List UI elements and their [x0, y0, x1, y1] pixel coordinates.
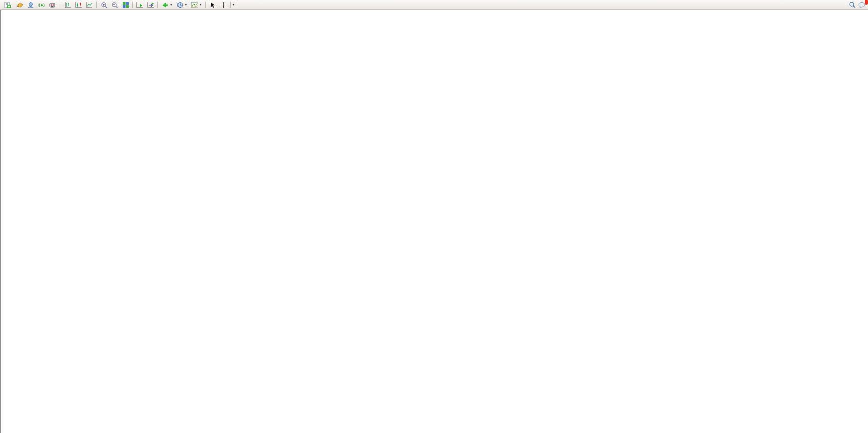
toolbar-separator	[132, 2, 133, 8]
new-order-button[interactable]	[2, 1, 14, 9]
toolbar-separator	[157, 2, 158, 8]
community-button[interactable]	[25, 1, 36, 9]
zoom-in-icon	[101, 2, 107, 8]
dropdown-caret-icon: ▾	[170, 3, 172, 7]
dropdown-caret-icon: ▾	[233, 3, 235, 7]
zoom-out-button[interactable]	[109, 1, 120, 9]
market-watch-button[interactable]	[14, 1, 25, 9]
notifications-icon[interactable]	[858, 2, 865, 8]
template-chart-icon	[191, 2, 198, 8]
chart-canvas[interactable]	[0, 0, 868, 433]
chart-shift-button[interactable]	[145, 1, 156, 9]
indicators-button[interactable]: ▾	[160, 1, 174, 9]
auto-scroll-button[interactable]	[134, 1, 145, 9]
dropdown-caret-icon: ▾	[185, 3, 187, 7]
cursor-icon	[209, 2, 216, 8]
bar-chart-icon	[65, 2, 71, 8]
candlestick-chart-button[interactable]	[73, 1, 84, 9]
chart-shift-icon	[147, 2, 154, 8]
periods-button[interactable]: ▾	[174, 1, 189, 9]
crosshair-tool-button[interactable]	[218, 1, 229, 9]
auto-trading-button[interactable]	[47, 1, 59, 9]
crosshair-icon	[220, 2, 227, 8]
search-icon[interactable]	[849, 2, 855, 8]
toolbar-separator	[236, 2, 236, 8]
toolbar-separator	[61, 2, 61, 8]
templates-button[interactable]: ▾	[189, 1, 204, 9]
notification-badge	[865, 0, 868, 5]
indicators-icon	[162, 2, 168, 8]
line-chart-button[interactable]	[84, 1, 95, 9]
zoom-in-button[interactable]	[98, 1, 109, 9]
new-order-icon	[4, 2, 11, 8]
tile-windows-button[interactable]	[120, 1, 131, 9]
gold-brush-icon	[16, 2, 23, 8]
dropdown-caret-icon: ▾	[200, 3, 202, 7]
robot-icon	[49, 2, 55, 8]
zoom-out-icon	[111, 2, 118, 8]
toolbar-separator	[205, 2, 206, 8]
line-chart-icon	[86, 2, 93, 8]
cursor-tool-button[interactable]	[207, 1, 218, 9]
signal-waves-icon	[38, 2, 45, 8]
person-headset-icon	[27, 2, 34, 8]
main-toolbar: ▾ ▾ ▾ ▾	[0, 0, 868, 10]
signals-button[interactable]	[36, 1, 47, 9]
toolbar-separator	[96, 2, 97, 8]
tile-windows-icon	[122, 2, 129, 8]
clock-icon	[176, 2, 183, 8]
toolbar-separator	[230, 2, 231, 8]
candlestick-chart-icon	[75, 2, 82, 8]
auto-scroll-icon	[136, 2, 143, 8]
bar-chart-button[interactable]	[63, 1, 73, 9]
